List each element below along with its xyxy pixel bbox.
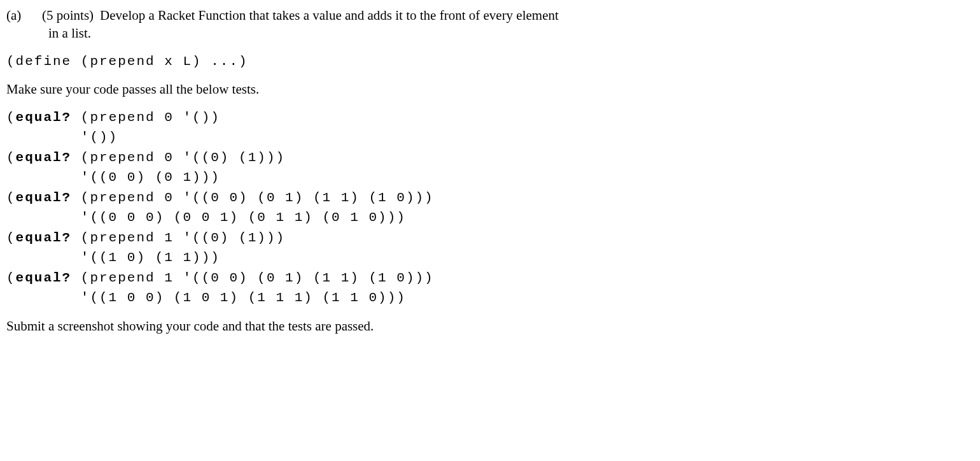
signature-code-block: (define (prepend x L) ...): [6, 52, 961, 72]
points-label: (5 points): [42, 6, 94, 24]
problem-container: (a) (5 points) Develop a Racket Function…: [0, 0, 980, 350]
prompt-line-1: Develop a Racket Function that takes a v…: [100, 6, 961, 24]
submission-note: Submit a screenshot showing your code an…: [6, 317, 961, 335]
problem-label: (a): [6, 6, 36, 24]
tests-code-block: (equal? (prepend 0 '()) '()) (equal? (pr…: [6, 108, 961, 308]
tests-instruction: Make sure your code passes all the below…: [6, 80, 961, 98]
problem-header: (a) (5 points) Develop a Racket Function…: [6, 6, 961, 24]
prompt-line-2: in a list.: [48, 24, 961, 42]
